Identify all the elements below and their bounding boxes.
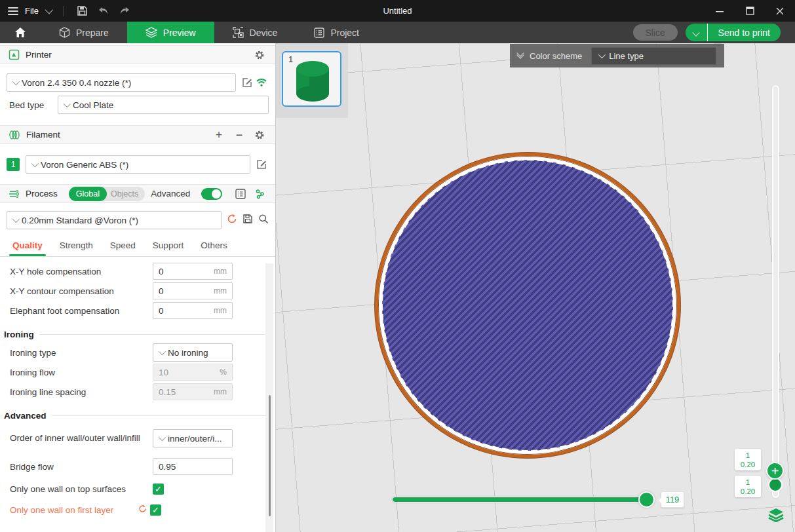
tab-device[interactable]: Device bbox=[214, 22, 296, 43]
nav-bar: Prepare Preview Device Project Slice Sen… bbox=[0, 22, 795, 43]
reset-preset-icon[interactable] bbox=[227, 214, 237, 227]
filament-settings-gear-icon[interactable] bbox=[252, 128, 267, 142]
tab-support[interactable]: Support bbox=[144, 237, 192, 256]
filament-section-title: Filament bbox=[26, 130, 60, 140]
file-menu[interactable]: File bbox=[25, 6, 39, 16]
process-preset-select[interactable]: 0.20mm Standard @Voron (*) bbox=[7, 211, 222, 229]
redo-icon[interactable] bbox=[117, 4, 132, 18]
input-unit: mm bbox=[214, 387, 227, 396]
tab-prepare[interactable]: Prepare bbox=[41, 22, 127, 43]
setting-row-bridge-flow: Bridge flow 0.95 bbox=[0, 457, 275, 476]
ironing-group-header: Ironing bbox=[0, 326, 275, 343]
chevron-down-icon bbox=[598, 51, 606, 58]
setting-row-xy-contour: X-Y contour compensation 0 mm bbox=[0, 281, 275, 301]
send-options-button[interactable] bbox=[686, 24, 708, 41]
bed-type-value: Cool Plate bbox=[73, 100, 113, 110]
xy-hole-compensation-input[interactable]: 0 mm bbox=[153, 263, 233, 280]
input-value: 10 bbox=[159, 368, 168, 377]
printer-icon bbox=[9, 49, 20, 60]
first-layer-one-wall-checkbox[interactable]: ✓ bbox=[150, 504, 161, 516]
undo-icon[interactable] bbox=[96, 4, 111, 18]
move-slider-handle[interactable] bbox=[638, 491, 655, 508]
hamburger-menu-icon[interactable] bbox=[8, 7, 18, 15]
filament-preset-select[interactable]: Voron Generic ABS (*) bbox=[26, 155, 250, 174]
tab-quality[interactable]: Quality bbox=[4, 237, 51, 256]
process-icon bbox=[9, 189, 20, 199]
input-value: 0 bbox=[159, 306, 164, 316]
layer-number: 1 bbox=[735, 451, 761, 460]
setting-label: Bridge flow bbox=[10, 462, 153, 472]
reset-setting-icon[interactable] bbox=[138, 504, 147, 516]
filament-icon bbox=[9, 130, 20, 140]
printer-settings-gear-icon[interactable] bbox=[252, 48, 267, 62]
tab-preview[interactable]: Preview bbox=[127, 22, 214, 43]
search-setting-icon[interactable] bbox=[258, 214, 269, 227]
save-preset-icon[interactable] bbox=[242, 214, 253, 227]
edit-filament-icon[interactable] bbox=[254, 157, 269, 172]
top-one-wall-checkbox[interactable]: ✓ bbox=[153, 484, 164, 495]
collapse-legend-icon[interactable] bbox=[518, 54, 523, 58]
advanced-group-header: Advanced bbox=[0, 407, 275, 424]
tab-speed[interactable]: Speed bbox=[102, 237, 144, 256]
setting-row-first-layer-one-wall: Only one wall on first layer ✓ bbox=[0, 500, 275, 520]
infill-gap-ring bbox=[379, 157, 676, 453]
input-unit: mm bbox=[214, 286, 227, 295]
close-button[interactable] bbox=[765, 0, 795, 22]
process-section-header: Process Global Objects Advanced bbox=[0, 184, 275, 203]
bridge-flow-input[interactable]: 0.95 bbox=[153, 458, 233, 475]
setting-label: Elephant foot compensation bbox=[10, 306, 153, 316]
add-filament-button[interactable]: + bbox=[212, 128, 226, 142]
color-scheme-select[interactable]: Line type bbox=[591, 47, 716, 65]
chevron-down-icon bbox=[159, 348, 166, 355]
tab-project[interactable]: Project bbox=[296, 22, 378, 43]
save-icon[interactable] bbox=[75, 4, 90, 18]
plate-thumbnail[interactable]: 1 bbox=[282, 51, 341, 107]
printer-preset-select[interactable]: Voron 2.4 350 0.4 nozzle (*) bbox=[7, 73, 236, 92]
move-slider-track[interactable] bbox=[392, 497, 653, 503]
advanced-group-title: Advanced bbox=[4, 411, 47, 421]
xy-contour-compensation-input[interactable]: 0 mm bbox=[153, 282, 233, 299]
edit-printer-icon[interactable] bbox=[240, 75, 254, 90]
tab-others[interactable]: Others bbox=[192, 237, 236, 256]
layer-slider-upper-label: 1 0.20 bbox=[735, 449, 761, 470]
ironing-type-select[interactable]: No ironing bbox=[153, 343, 233, 362]
advanced-toggle[interactable] bbox=[201, 188, 222, 200]
setting-row-ironing-flow: Ironing flow 10 % bbox=[0, 362, 275, 382]
scope-global-option[interactable]: Global bbox=[69, 187, 107, 201]
layer-slider-track[interactable] bbox=[772, 85, 779, 498]
input-unit: % bbox=[220, 368, 227, 377]
setting-label: Only one wall on first layer bbox=[10, 505, 138, 515]
chevron-down-icon bbox=[12, 216, 20, 223]
maximize-button[interactable] bbox=[735, 0, 765, 22]
settings-scrollbar-thumb[interactable] bbox=[269, 395, 271, 516]
elephant-foot-compensation-input[interactable]: 0 mm bbox=[153, 302, 233, 319]
printer-connection-wifi-icon[interactable] bbox=[254, 75, 269, 90]
remove-filament-button[interactable]: − bbox=[232, 128, 246, 142]
layer-view-layers-icon[interactable] bbox=[767, 506, 785, 523]
process-section-title: Process bbox=[26, 189, 58, 199]
chevron-down-icon bbox=[12, 78, 20, 85]
input-value: 0.95 bbox=[159, 462, 176, 472]
viewport-3d-scene[interactable]: 1 Color scheme Line type 119 1 0.20 1 0.… bbox=[276, 43, 795, 532]
file-menu-chevron-icon[interactable] bbox=[45, 6, 54, 14]
tab-strength[interactable]: Strength bbox=[51, 237, 102, 256]
input-unit: mm bbox=[214, 267, 227, 276]
home-tab[interactable] bbox=[0, 22, 41, 43]
bed-type-select[interactable]: Cool Plate bbox=[58, 96, 269, 114]
wall-order-select[interactable]: inner/outer/i... bbox=[153, 429, 233, 447]
scope-objects-option[interactable]: Objects bbox=[107, 189, 145, 199]
project-icon bbox=[314, 28, 324, 38]
input-value: 0 bbox=[159, 267, 164, 276]
tune-params-icon[interactable] bbox=[253, 187, 267, 201]
minimize-button[interactable] bbox=[705, 0, 735, 22]
slice-button[interactable]: Slice bbox=[633, 24, 678, 41]
layer-height: 0.20 bbox=[735, 487, 761, 496]
bed-type-label: Bed type bbox=[7, 100, 58, 110]
layer-slider-upper-handle-plus-icon[interactable]: + bbox=[766, 462, 784, 480]
setting-list-view-icon[interactable] bbox=[233, 187, 247, 201]
process-scope-toggle[interactable]: Global Objects bbox=[69, 187, 145, 201]
tab-device-label: Device bbox=[250, 28, 278, 38]
filament-section-header: Filament + − bbox=[0, 125, 275, 144]
layer-slider-lower-handle[interactable] bbox=[768, 478, 783, 492]
send-to-print-button[interactable]: Send to print bbox=[708, 24, 781, 41]
